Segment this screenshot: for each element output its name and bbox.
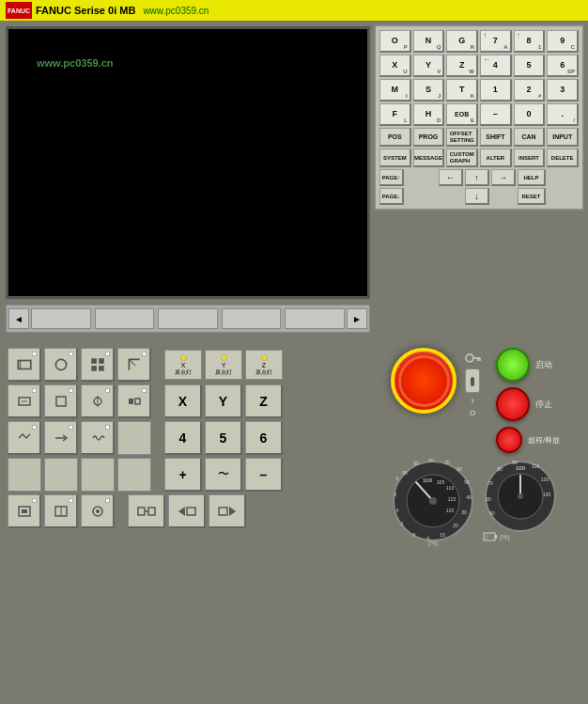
key-CUSTOM[interactable]: CUSTOMGRAPH xyxy=(446,149,478,167)
stop-button[interactable] xyxy=(496,387,530,421)
key-DELETE[interactable]: DELETE xyxy=(547,149,579,167)
start-label: 启动 xyxy=(535,359,552,371)
key-INPUT[interactable]: INPUT xyxy=(547,128,579,147)
key-page-up[interactable]: PAGE↑ xyxy=(379,169,404,186)
numpad-wave[interactable]: 〜 xyxy=(205,458,242,492)
key-2[interactable]: 2# xyxy=(514,79,546,102)
key-8[interactable]: ↑81 xyxy=(514,30,546,53)
svg-text:130: 130 xyxy=(543,492,551,497)
svg-text:80: 80 xyxy=(497,466,503,472)
ctrl-grid[interactable] xyxy=(81,348,115,382)
key-left[interactable]: ← xyxy=(439,169,463,186)
ctrl-btn-r2-3[interactable] xyxy=(81,384,115,418)
ctrl-btn-r5-3[interactable] xyxy=(81,494,115,528)
key-ALTER[interactable]: ALTER xyxy=(480,149,512,167)
key-PROG[interactable]: PROG xyxy=(413,128,445,147)
key-5[interactable]: 5 xyxy=(514,55,546,77)
key-F[interactable]: FL xyxy=(379,103,411,126)
svg-text:2: 2 xyxy=(401,521,404,526)
numpad-X[interactable]: X xyxy=(164,384,202,418)
svg-rect-26 xyxy=(187,508,195,515)
key-EOB[interactable]: EOBE xyxy=(446,103,478,126)
feedrate-dial[interactable]: 8 6 4 2 0 0 15 20 30 40 50 60 70 xyxy=(391,459,475,543)
numpad-minus[interactable]: – xyxy=(245,458,283,492)
control-buttons-left: X 原点灯 Y 原点灯 Z 原点灯 xyxy=(4,344,387,700)
ctrl-jog[interactable] xyxy=(44,348,78,382)
key-9[interactable]: 9C xyxy=(547,30,579,53)
ctrl-link2[interactable] xyxy=(168,494,206,528)
key-INSERT[interactable]: INSERT xyxy=(514,149,546,167)
spindle-dial[interactable]: 50 60 70 80 90 100 110 120 130 xyxy=(483,459,558,534)
softkey-1[interactable] xyxy=(31,308,91,329)
key-X[interactable]: XU xyxy=(379,55,411,77)
fn-row-1: POS PROG OFFSETSETTING SHIFT CAN INPUT xyxy=(379,128,579,147)
key-RESET[interactable]: RESET xyxy=(518,188,546,205)
key-N[interactable]: NQ xyxy=(413,30,445,53)
key-0[interactable]: 0 xyxy=(514,103,546,126)
ctrl-btn-r3-1[interactable] xyxy=(8,421,41,455)
softkey-4[interactable] xyxy=(222,308,282,329)
key-up[interactable]: ↑ xyxy=(465,169,489,186)
svg-rect-5 xyxy=(91,366,97,371)
numpad-Y[interactable]: Y xyxy=(205,384,242,418)
numpad-plus[interactable]: + xyxy=(164,458,202,492)
override-button[interactable] xyxy=(496,427,522,453)
ctrl-btn-r3-2[interactable] xyxy=(44,421,78,455)
ctrl-btn-r3-3[interactable] xyxy=(81,421,115,455)
key-MESSAGE[interactable]: MESSAGE xyxy=(413,149,445,167)
window-title: FANUC Serise 0i MB xyxy=(36,5,135,16)
numpad-Z[interactable]: Z xyxy=(245,384,283,418)
ctrl-btn-r2-2[interactable] xyxy=(44,384,78,418)
key-M[interactable]: MI xyxy=(379,79,411,102)
key-right[interactable]: → xyxy=(491,169,516,186)
key-minus[interactable]: – xyxy=(480,103,512,126)
start-row: 启动 xyxy=(496,348,560,382)
softkey-2[interactable] xyxy=(95,308,155,329)
numpad-4[interactable]: 4 xyxy=(164,421,202,455)
ctrl-btn-r2-1[interactable] xyxy=(8,384,41,418)
key-dot[interactable]: ./ xyxy=(547,103,579,126)
key-CAN[interactable]: CAN xyxy=(514,128,546,147)
ctrl-btn-r5-1[interactable] xyxy=(8,494,41,528)
ctrl-btn-r5-2[interactable] xyxy=(44,494,78,528)
svg-text:110: 110 xyxy=(532,463,540,469)
key-down[interactable]: ↓ xyxy=(465,188,489,205)
key-6[interactable]: 6SP xyxy=(547,55,579,77)
ctrl-link3[interactable] xyxy=(209,494,246,528)
key-switch[interactable] xyxy=(465,368,480,393)
svg-point-21 xyxy=(96,509,100,513)
key-T[interactable]: TK xyxy=(446,79,478,102)
softkey-right-arrow[interactable]: ► xyxy=(347,308,367,329)
ctrl-link1[interactable] xyxy=(128,494,165,528)
softkey-left-arrow[interactable]: ◄ xyxy=(8,308,29,329)
key-Y[interactable]: YV xyxy=(413,55,445,77)
key-Z[interactable]: ZW xyxy=(446,55,478,77)
svg-point-57 xyxy=(429,497,437,505)
key-4[interactable]: ←4 xyxy=(480,55,512,77)
numpad-6[interactable]: 6 xyxy=(245,421,283,455)
key-page-dn[interactable]: PAGE↓ xyxy=(379,188,404,205)
key-H[interactable]: HD xyxy=(413,103,445,126)
key-O[interactable]: OP xyxy=(379,30,411,53)
key-G[interactable]: GR xyxy=(446,30,478,53)
softkey-3[interactable] xyxy=(158,308,218,329)
key-3[interactable]: 3 xyxy=(547,79,579,102)
emergency-stop-button[interactable] xyxy=(391,348,456,414)
key-POS[interactable]: POS xyxy=(379,128,411,147)
key-SHIFT[interactable]: SHIFT xyxy=(480,128,512,147)
key-SYSTEM[interactable]: SYSTEM xyxy=(379,149,411,167)
key-OFFSET[interactable]: OFFSETSETTING xyxy=(446,128,478,147)
start-button[interactable] xyxy=(496,348,530,382)
svg-text:70: 70 xyxy=(487,480,493,486)
numpad-5[interactable]: 5 xyxy=(205,421,242,455)
ctrl-tape[interactable] xyxy=(8,348,41,382)
key-S[interactable]: SJ xyxy=(413,79,445,102)
key-HELP[interactable]: HELP xyxy=(518,169,546,186)
svg-text:60: 60 xyxy=(486,496,491,502)
key-7[interactable]: ↑7A xyxy=(480,30,512,53)
ctrl-btn-r2-4[interactable] xyxy=(117,384,151,418)
right-controls: I O 启动 停止 超程/释放 xyxy=(387,344,584,700)
softkey-5[interactable] xyxy=(285,308,345,329)
ctrl-ref[interactable] xyxy=(117,348,151,382)
key-1[interactable]: 1 xyxy=(480,79,512,102)
